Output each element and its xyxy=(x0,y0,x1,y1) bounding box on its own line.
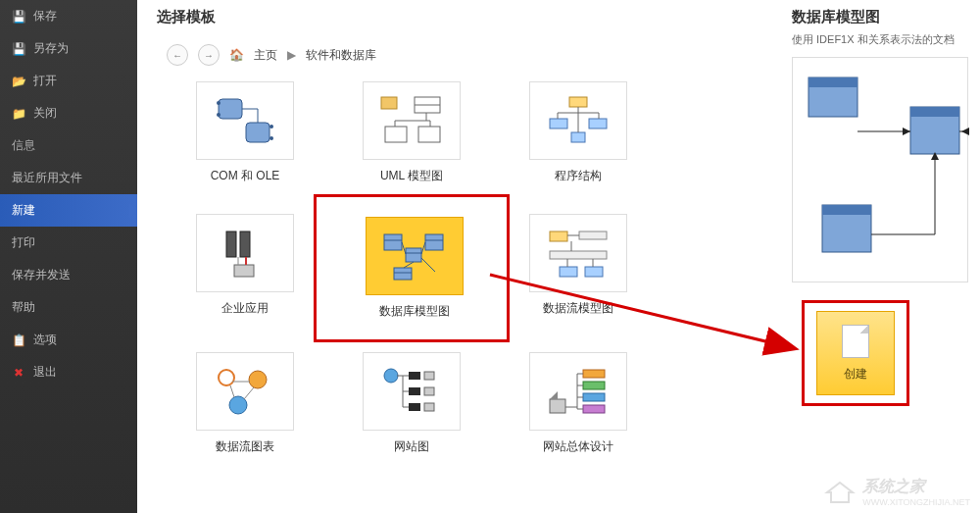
template-thumb xyxy=(363,352,461,431)
svg-rect-82 xyxy=(808,77,858,87)
breadcrumb-home[interactable]: 主页 xyxy=(254,47,277,64)
breadcrumb-sep-icon: ▶ xyxy=(287,48,296,62)
template-grid: COM 和 OLE UML 模型图 xyxy=(157,81,764,455)
svg-line-42 xyxy=(421,258,435,272)
watermark-text: 系统之家 xyxy=(862,478,925,494)
preview-subtitle: 使用 IDEF1X 和关系表示法的文档 xyxy=(788,32,976,57)
svg-point-52 xyxy=(219,370,234,385)
template-database-model[interactable]: 数据库模型图 xyxy=(336,217,493,320)
template-enterprise-app[interactable]: 企业应用 xyxy=(167,214,323,323)
template-label: COM 和 OLE xyxy=(211,168,280,184)
exit-icon: ✖ xyxy=(12,366,25,380)
template-label: 数据库模型图 xyxy=(379,303,450,320)
nav-forward-button[interactable]: → xyxy=(198,44,220,66)
file-menu-sidebar: 💾 保存 💾 另存为 📂 打开 📁 关闭 信息 最近所用文件 新建 打印 保存并… xyxy=(0,0,137,513)
sidebar-label: 保存并发送 xyxy=(12,267,71,283)
template-thumb xyxy=(196,352,294,431)
database-model-icon xyxy=(380,229,449,283)
sidebar-label: 新建 xyxy=(12,202,35,219)
sidebar-close[interactable]: 📁 关闭 xyxy=(0,97,137,129)
website-map-icon xyxy=(377,364,446,419)
database-preview-icon xyxy=(793,58,969,283)
svg-rect-61 xyxy=(409,387,420,395)
svg-rect-84 xyxy=(910,107,959,117)
svg-line-41 xyxy=(404,262,414,268)
close-file-icon: 📁 xyxy=(12,107,25,121)
create-button[interactable]: 创建 xyxy=(816,311,895,395)
create-label: 创建 xyxy=(844,366,867,383)
program-structure-icon xyxy=(544,93,612,148)
svg-line-40 xyxy=(421,242,425,254)
svg-rect-35 xyxy=(406,248,421,262)
svg-rect-31 xyxy=(384,234,402,250)
sidebar-info[interactable]: 信息 xyxy=(0,129,137,162)
svg-point-6 xyxy=(270,125,273,128)
sidebar-label: 关闭 xyxy=(33,105,57,122)
website-design-icon xyxy=(544,364,612,419)
sidebar-label: 选项 xyxy=(33,332,57,348)
nav-back-button[interactable]: ← xyxy=(167,44,188,66)
sidebar-recent[interactable]: 最近所用文件 xyxy=(0,162,137,194)
sidebar-label: 最近所用文件 xyxy=(12,170,82,186)
sidebar-help[interactable]: 帮助 xyxy=(0,291,137,324)
template-dataflow-model[interactable]: 数据流模型图 xyxy=(500,214,657,323)
sidebar-save-as[interactable]: 💾 另存为 xyxy=(0,32,137,65)
svg-rect-63 xyxy=(409,403,420,411)
template-label: 程序结构 xyxy=(555,168,602,184)
svg-rect-47 xyxy=(585,267,603,277)
svg-line-57 xyxy=(230,385,234,397)
sidebar-save-send[interactable]: 保存并发送 xyxy=(0,259,137,291)
watermark-url: WWW.XITONGZHIJIA.NET xyxy=(862,497,970,507)
uml-icon xyxy=(377,93,446,148)
sidebar-new[interactable]: 新建 xyxy=(0,194,137,227)
svg-point-4 xyxy=(217,101,220,105)
svg-marker-90 xyxy=(961,128,969,135)
svg-rect-70 xyxy=(583,382,605,389)
template-label: UML 模型图 xyxy=(380,168,443,184)
sidebar-print[interactable]: 打印 xyxy=(0,227,137,259)
svg-rect-17 xyxy=(569,97,587,107)
sidebar-options[interactable]: 📋 选项 xyxy=(0,324,137,356)
sidebar-label: 保存 xyxy=(33,8,57,25)
sidebar-open[interactable]: 📂 打开 xyxy=(0,65,137,97)
svg-rect-1 xyxy=(246,123,270,142)
template-website-design[interactable]: 网站总体设计 xyxy=(500,352,657,455)
sidebar-label: 打开 xyxy=(33,73,57,89)
template-program-structure[interactable]: 程序结构 xyxy=(500,81,657,184)
breadcrumb-current[interactable]: 软件和数据库 xyxy=(306,47,376,64)
template-label: 数据流模型图 xyxy=(543,300,613,317)
template-website-map[interactable]: 网站图 xyxy=(333,352,490,455)
svg-rect-8 xyxy=(381,97,397,109)
preview-panel: 数据库模型图 使用 IDEF1X 和关系表示法的文档 创建 xyxy=(784,0,980,513)
template-dataflow-chart[interactable]: 数据流图表 xyxy=(167,352,323,455)
home-icon[interactable]: 🏠 xyxy=(229,48,244,62)
breadcrumb: ← → 🏠 主页 ▶ 软件和数据库 xyxy=(157,38,764,81)
template-uml[interactable]: UML 模型图 xyxy=(333,81,490,184)
svg-rect-33 xyxy=(425,234,443,250)
svg-point-53 xyxy=(249,371,267,388)
template-label: 数据流图表 xyxy=(216,438,274,455)
svg-marker-96 xyxy=(827,483,853,502)
svg-rect-59 xyxy=(409,372,420,380)
sidebar-label: 另存为 xyxy=(33,40,69,57)
svg-rect-28 xyxy=(234,265,254,277)
watermark: 系统之家 WWW.XITONGZHIJIA.NET xyxy=(823,477,970,507)
template-label: 网站图 xyxy=(394,438,429,455)
com-ole-icon xyxy=(211,93,279,148)
main-area: 选择模板 ← → 🏠 主页 ▶ 软件和数据库 xyxy=(137,0,980,513)
svg-line-39 xyxy=(402,242,406,254)
preview-title: 数据库模型图 xyxy=(788,8,976,32)
svg-rect-27 xyxy=(240,231,250,257)
template-com-ole[interactable]: COM 和 OLE xyxy=(167,81,323,184)
svg-rect-86 xyxy=(822,205,871,215)
svg-rect-60 xyxy=(424,372,434,380)
sidebar-save[interactable]: 💾 保存 xyxy=(0,0,137,32)
dataflow-chart-icon xyxy=(211,364,279,419)
folder-open-icon: 📂 xyxy=(12,75,25,88)
svg-rect-73 xyxy=(550,399,565,413)
template-thumb xyxy=(196,81,294,160)
svg-rect-37 xyxy=(394,268,412,280)
watermark-logo-icon xyxy=(823,479,857,506)
sidebar-exit[interactable]: ✖ 退出 xyxy=(0,356,137,388)
template-thumb xyxy=(529,214,627,292)
